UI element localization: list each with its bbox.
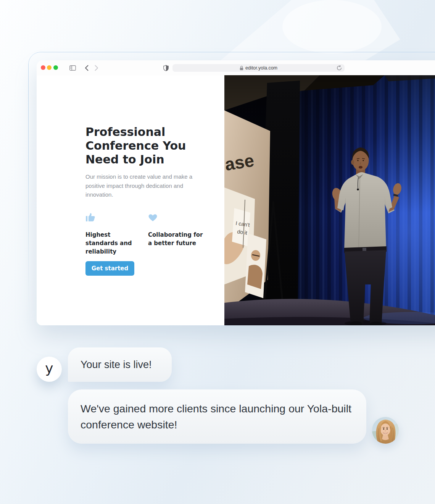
address-bar[interactable]: editor.yola.com xyxy=(172,64,345,72)
projection-screen: ase I can't do it xyxy=(224,110,270,312)
chat-message-yola: Your site is live! xyxy=(81,359,152,371)
yola-logo-letter: y xyxy=(45,360,53,376)
belt-buckle xyxy=(362,248,366,251)
shirt xyxy=(337,172,392,251)
ear xyxy=(351,160,354,165)
page-canvas: editor.yola.com Professional Conference … xyxy=(0,0,435,504)
chat-message-customer: We've gained more clients since launchin… xyxy=(81,402,351,431)
feature-label-collaborating: Collaborating for a better future xyxy=(148,231,205,247)
zoom-window-button[interactable] xyxy=(53,65,58,70)
slide-card xyxy=(245,233,266,298)
customer-avatar xyxy=(372,417,399,444)
hero-title: Professional Conference You Need to Join xyxy=(85,125,198,166)
nose xyxy=(360,162,361,165)
customer-avatar-illustration xyxy=(372,417,399,444)
lock-icon xyxy=(240,66,243,71)
browser-window: editor.yola.com Professional Conference … xyxy=(37,60,435,325)
avatar-neck xyxy=(382,435,389,440)
feature-label-standards: Highest standards and reliability xyxy=(85,231,143,256)
forward-icon[interactable] xyxy=(95,65,98,71)
thumbs-up-icon xyxy=(85,212,96,223)
get-started-button[interactable]: Get started xyxy=(85,261,134,276)
chat-bubble-yola: Your site is live! xyxy=(68,347,172,382)
yola-logo-badge: y xyxy=(37,357,62,382)
browser-toolbar: editor.yola.com xyxy=(37,60,435,76)
minimize-window-button[interactable] xyxy=(47,65,52,70)
chat-bubble-customer: We've gained more clients since launchin… xyxy=(68,389,366,444)
stage-photo-illustration: ase I can't do it xyxy=(224,75,435,325)
back-icon[interactable] xyxy=(85,65,89,71)
heart-icon xyxy=(148,213,158,223)
hero-panel: Professional Conference You Need to Join… xyxy=(37,75,224,325)
privacy-shield-icon[interactable] xyxy=(163,65,169,71)
close-window-button[interactable] xyxy=(41,65,45,70)
sidebar-toggle-icon[interactable] xyxy=(69,65,76,71)
hero-description: Our mission is to create value and make … xyxy=(85,172,194,199)
url-text: editor.yola.com xyxy=(245,65,277,71)
refresh-icon[interactable] xyxy=(337,65,342,72)
background-blob-shape xyxy=(282,0,382,53)
mouth xyxy=(359,166,362,168)
lavalier-mic xyxy=(357,188,359,190)
stage-photo: ase I can't do it xyxy=(224,75,435,325)
